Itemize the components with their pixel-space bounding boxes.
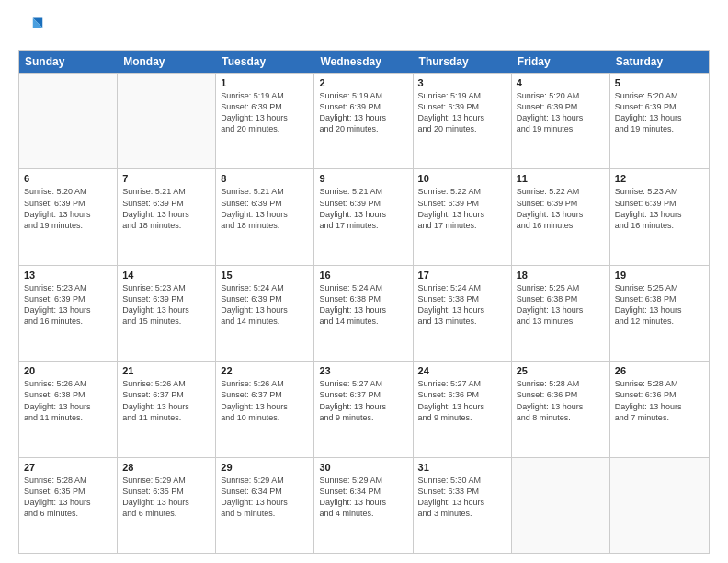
day-number: 2 [319,77,407,88]
day-info: Sunrise: 5:29 AM Sunset: 6:35 PM Dayligh… [122,475,210,520]
cal-header-friday: Friday [512,51,610,73]
page: SundayMondayTuesdayWednesdayThursdayFrid… [0,0,728,563]
day-number: 7 [122,173,210,184]
day-number: 27 [24,462,112,473]
day-info: Sunrise: 5:25 AM Sunset: 6:38 PM Dayligh… [615,282,704,327]
cal-cell-16: 16Sunrise: 5:24 AM Sunset: 6:38 PM Dayli… [314,266,413,361]
day-info: Sunrise: 5:29 AM Sunset: 6:34 PM Dayligh… [221,475,309,520]
day-number: 16 [319,270,407,281]
day-info: Sunrise: 5:19 AM Sunset: 6:39 PM Dayligh… [221,90,309,135]
day-info: Sunrise: 5:24 AM Sunset: 6:38 PM Dayligh… [418,282,506,327]
calendar: SundayMondayTuesdayWednesdayThursdayFrid… [18,50,710,554]
cal-row-3: 20Sunrise: 5:26 AM Sunset: 6:38 PM Dayli… [19,361,709,456]
day-info: Sunrise: 5:19 AM Sunset: 6:39 PM Dayligh… [319,90,407,135]
day-number: 6 [24,173,112,184]
cal-cell-13: 13Sunrise: 5:23 AM Sunset: 6:39 PM Dayli… [19,266,118,361]
cal-cell-8: 8Sunrise: 5:21 AM Sunset: 6:39 PM Daylig… [216,169,314,264]
day-info: Sunrise: 5:30 AM Sunset: 6:33 PM Dayligh… [418,475,506,520]
cal-header-sunday: Sunday [19,51,118,73]
day-number: 4 [517,77,605,88]
day-info: Sunrise: 5:26 AM Sunset: 6:37 PM Dayligh… [221,378,309,423]
cal-cell-empty-4-5 [512,458,610,553]
day-number: 19 [615,270,704,281]
day-info: Sunrise: 5:27 AM Sunset: 6:36 PM Dayligh… [418,378,506,423]
day-number: 17 [418,270,506,281]
day-number: 26 [615,365,704,376]
cal-cell-18: 18Sunrise: 5:25 AM Sunset: 6:38 PM Dayli… [512,266,610,361]
day-number: 15 [221,270,309,281]
cal-cell-1: 1Sunrise: 5:19 AM Sunset: 6:39 PM Daylig… [216,74,314,168]
cal-cell-24: 24Sunrise: 5:27 AM Sunset: 6:36 PM Dayli… [414,362,512,456]
day-number: 3 [418,77,506,88]
cal-cell-empty-0-0 [19,74,118,168]
day-number: 11 [517,173,605,184]
day-number: 8 [221,173,309,184]
day-info: Sunrise: 5:27 AM Sunset: 6:37 PM Dayligh… [319,378,407,423]
day-number: 25 [517,365,605,376]
cal-cell-5: 5Sunrise: 5:20 AM Sunset: 6:39 PM Daylig… [610,74,709,168]
day-number: 22 [221,365,309,376]
day-info: Sunrise: 5:19 AM Sunset: 6:39 PM Dayligh… [418,90,506,135]
day-info: Sunrise: 5:24 AM Sunset: 6:39 PM Dayligh… [221,282,309,327]
day-number: 28 [122,462,210,473]
cal-cell-10: 10Sunrise: 5:22 AM Sunset: 6:39 PM Dayli… [414,169,512,264]
day-info: Sunrise: 5:22 AM Sunset: 6:39 PM Dayligh… [517,186,605,231]
header [18,15,710,40]
cal-row-1: 6Sunrise: 5:20 AM Sunset: 6:39 PM Daylig… [19,168,709,264]
day-number: 9 [319,173,407,184]
cal-cell-17: 17Sunrise: 5:24 AM Sunset: 6:38 PM Dayli… [414,266,512,361]
day-info: Sunrise: 5:20 AM Sunset: 6:39 PM Dayligh… [615,90,704,135]
day-number: 31 [418,462,506,473]
day-number: 12 [615,173,704,184]
day-number: 1 [221,77,309,88]
cal-cell-11: 11Sunrise: 5:22 AM Sunset: 6:39 PM Dayli… [512,169,610,264]
cal-cell-3: 3Sunrise: 5:19 AM Sunset: 6:39 PM Daylig… [414,74,512,168]
cal-cell-27: 27Sunrise: 5:28 AM Sunset: 6:35 PM Dayli… [19,458,118,553]
day-number: 30 [319,462,407,473]
cal-cell-15: 15Sunrise: 5:24 AM Sunset: 6:39 PM Dayli… [216,266,314,361]
cal-header-wednesday: Wednesday [314,51,413,73]
day-info: Sunrise: 5:21 AM Sunset: 6:39 PM Dayligh… [122,186,210,231]
day-info: Sunrise: 5:28 AM Sunset: 6:36 PM Dayligh… [615,378,704,423]
calendar-body: 1Sunrise: 5:19 AM Sunset: 6:39 PM Daylig… [19,73,709,553]
day-info: Sunrise: 5:20 AM Sunset: 6:39 PM Dayligh… [24,186,112,231]
cal-cell-28: 28Sunrise: 5:29 AM Sunset: 6:35 PM Dayli… [118,458,216,553]
day-number: 14 [122,270,210,281]
cal-cell-9: 9Sunrise: 5:21 AM Sunset: 6:39 PM Daylig… [314,169,413,264]
logo-icon [18,15,44,40]
cal-cell-19: 19Sunrise: 5:25 AM Sunset: 6:38 PM Dayli… [610,266,709,361]
cal-cell-20: 20Sunrise: 5:26 AM Sunset: 6:38 PM Dayli… [19,362,118,456]
day-info: Sunrise: 5:25 AM Sunset: 6:38 PM Dayligh… [517,282,605,327]
day-number: 24 [418,365,506,376]
day-info: Sunrise: 5:29 AM Sunset: 6:34 PM Dayligh… [319,475,407,520]
day-number: 29 [221,462,309,473]
day-number: 10 [418,173,506,184]
day-info: Sunrise: 5:28 AM Sunset: 6:36 PM Dayligh… [517,378,605,423]
cal-cell-31: 31Sunrise: 5:30 AM Sunset: 6:33 PM Dayli… [414,458,512,553]
cal-cell-26: 26Sunrise: 5:28 AM Sunset: 6:36 PM Dayli… [610,362,709,456]
day-number: 23 [319,365,407,376]
cal-cell-12: 12Sunrise: 5:23 AM Sunset: 6:39 PM Dayli… [610,169,709,264]
cal-cell-22: 22Sunrise: 5:26 AM Sunset: 6:37 PM Dayli… [216,362,314,456]
day-info: Sunrise: 5:24 AM Sunset: 6:38 PM Dayligh… [319,282,407,327]
day-number: 21 [122,365,210,376]
logo [18,15,48,40]
cal-cell-23: 23Sunrise: 5:27 AM Sunset: 6:37 PM Dayli… [314,362,413,456]
cal-cell-7: 7Sunrise: 5:21 AM Sunset: 6:39 PM Daylig… [118,169,216,264]
cal-row-0: 1Sunrise: 5:19 AM Sunset: 6:39 PM Daylig… [19,73,709,168]
cal-header-saturday: Saturday [610,51,709,73]
day-info: Sunrise: 5:26 AM Sunset: 6:38 PM Dayligh… [24,378,112,423]
day-number: 18 [517,270,605,281]
day-number: 5 [615,77,704,88]
day-info: Sunrise: 5:26 AM Sunset: 6:37 PM Dayligh… [122,378,210,423]
cal-cell-2: 2Sunrise: 5:19 AM Sunset: 6:39 PM Daylig… [314,74,413,168]
cal-row-4: 27Sunrise: 5:28 AM Sunset: 6:35 PM Dayli… [19,457,709,553]
cal-cell-4: 4Sunrise: 5:20 AM Sunset: 6:39 PM Daylig… [512,74,610,168]
day-info: Sunrise: 5:23 AM Sunset: 6:39 PM Dayligh… [122,282,210,327]
cal-cell-6: 6Sunrise: 5:20 AM Sunset: 6:39 PM Daylig… [19,169,118,264]
day-info: Sunrise: 5:21 AM Sunset: 6:39 PM Dayligh… [221,186,309,231]
day-info: Sunrise: 5:20 AM Sunset: 6:39 PM Dayligh… [517,90,605,135]
cal-cell-21: 21Sunrise: 5:26 AM Sunset: 6:37 PM Dayli… [118,362,216,456]
cal-header-thursday: Thursday [414,51,512,73]
cal-cell-14: 14Sunrise: 5:23 AM Sunset: 6:39 PM Dayli… [118,266,216,361]
